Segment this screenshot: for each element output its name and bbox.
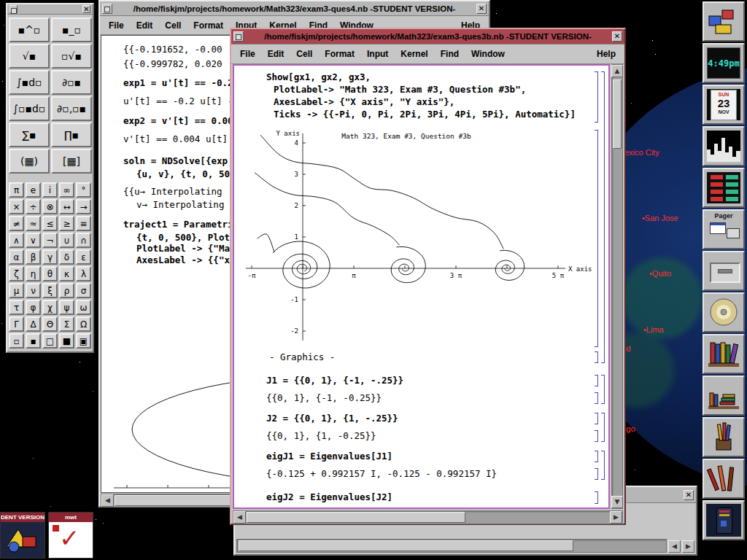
palette-symbol-1-0[interactable]: × — [9, 199, 24, 214]
scroll-right-icon[interactable]: ▶ — [682, 540, 694, 553]
menu-input[interactable]: Input — [367, 49, 388, 59]
hidden-hscrollbar[interactable] — [236, 539, 667, 553]
palette-symbol-9-1[interactable]: ▪ — [26, 333, 41, 349]
cell-bracket[interactable] — [601, 375, 605, 404]
menu-edit[interactable]: Edit — [136, 20, 153, 31]
palette-symbol-3-0[interactable]: ∧ — [9, 233, 24, 248]
input-code-line[interactable]: PlotLabel-> "Math 323, Exam #3, Question… — [274, 84, 526, 95]
cell-bracket[interactable] — [595, 130, 598, 347]
panel-file-drawer[interactable] — [703, 251, 745, 291]
cell-bracket[interactable] — [595, 468, 598, 480]
palette-symbol-1-4[interactable]: → — [76, 199, 91, 214]
back-titlebar[interactable]: /home/fiskjm/projects/homework/Math323/e… — [100, 1, 489, 16]
palette-symbol-9-2[interactable]: □ — [42, 333, 58, 349]
palette-symbol-3-3[interactable]: ∪ — [59, 233, 74, 248]
panel-bookshelf[interactable] — [703, 334, 745, 374]
scroll-left-icon[interactable]: ◀ — [233, 511, 246, 524]
palette-symbol-3-2[interactable]: ¬ — [42, 233, 58, 248]
palette-symbol-0-1[interactable]: e — [26, 182, 41, 198]
palette-button-0[interactable]: ▪^▫ — [9, 18, 50, 42]
palette-symbol-7-2[interactable]: χ — [42, 300, 58, 315]
student-version-icon[interactable]: DENT VERSION — [0, 512, 45, 559]
palette-symbol-0-3[interactable]: ∞ — [59, 182, 74, 198]
palette-symbol-6-2[interactable]: ξ — [42, 283, 58, 298]
palette-symbol-8-2[interactable]: Θ — [42, 316, 58, 332]
palette-symbol-8-0[interactable]: Γ — [9, 316, 24, 332]
panel-pencils[interactable] — [703, 417, 745, 457]
palette-symbol-1-2[interactable]: ⊗ — [42, 199, 58, 214]
palette-symbol-9-4[interactable]: ▣ — [76, 333, 91, 349]
panel-pager[interactable]: Pager — [703, 209, 745, 249]
mwt-icon[interactable]: mwt ✓ — [48, 512, 93, 559]
front-notebook-content[interactable]: Show[gx1, gx2, gx3,PlotLabel-> "Math 323… — [233, 64, 610, 509]
palette-symbol-3-1[interactable]: ∨ — [26, 233, 41, 248]
menu-help[interactable]: Help — [597, 49, 616, 59]
window-menu-icon[interactable] — [9, 5, 18, 13]
palette-symbol-6-0[interactable]: μ — [9, 283, 24, 298]
palette-symbol-1-1[interactable]: ÷ — [26, 199, 41, 214]
panel-performance-meter[interactable] — [703, 126, 745, 166]
close-icon[interactable]: ✕ — [684, 490, 694, 500]
palette-symbol-1-3[interactable]: ↔ — [59, 199, 74, 214]
cell-bracket[interactable] — [601, 71, 605, 363]
palette-symbol-2-3[interactable]: ≥ — [59, 216, 74, 231]
palette-titlebar[interactable]: ✕ — [7, 4, 93, 15]
input-code-line[interactable]: Ticks -> {{-Pi, 0, Pi, 2Pi, 3Pi, 4Pi, 5P… — [274, 109, 576, 120]
palette-symbol-3-4[interactable]: ∩ — [76, 233, 91, 248]
palette-symbol-9-3[interactable]: ■ — [59, 333, 74, 349]
palette-button-7[interactable]: ∂▫,▫▪ — [51, 96, 92, 121]
palette-symbol-2-1[interactable]: ≈ — [26, 216, 41, 231]
cell-bracket[interactable] — [595, 430, 598, 442]
palette-symbol-4-2[interactable]: γ — [42, 249, 58, 265]
palette-symbol-5-4[interactable]: λ — [76, 266, 91, 281]
menu-file[interactable]: File — [109, 20, 124, 31]
scroll-down-icon[interactable]: ▼ — [611, 496, 623, 508]
palette-button-10[interactable]: (▦) — [9, 149, 50, 174]
palette-symbol-6-3[interactable]: ρ — [59, 283, 74, 298]
close-icon[interactable]: ✕ — [476, 4, 487, 14]
scroll-left-icon[interactable]: ◀ — [668, 540, 681, 553]
panel-library[interactable] — [703, 376, 745, 416]
palette-symbol-5-1[interactable]: η — [26, 266, 41, 281]
palette-symbol-5-2[interactable]: θ — [42, 266, 58, 281]
palette-symbol-4-3[interactable]: δ — [59, 249, 74, 265]
cell-bracket[interactable] — [595, 351, 598, 363]
palette-symbol-7-3[interactable]: ψ — [59, 300, 74, 315]
menu-window[interactable]: Window — [471, 49, 505, 59]
front-vscrollbar[interactable]: ▲ ▼ — [611, 64, 623, 509]
palette-symbol-4-4[interactable]: ε — [76, 249, 91, 265]
menu-format[interactable]: Format — [193, 20, 223, 31]
palette-symbol-6-4[interactable]: σ — [76, 283, 91, 298]
panel-computer[interactable] — [703, 500, 745, 540]
close-icon[interactable]: ✕ — [612, 31, 622, 42]
palette-symbol-0-4[interactable]: ° — [76, 182, 91, 198]
scroll-up-icon[interactable]: ▲ — [611, 65, 623, 77]
window-menu-icon[interactable] — [102, 4, 112, 14]
palette-symbol-2-2[interactable]: ≤ — [42, 216, 58, 231]
scroll-right-icon[interactable]: ▶ — [610, 511, 622, 524]
menu-find[interactable]: Find — [441, 49, 459, 59]
cell-bracket[interactable] — [595, 491, 598, 504]
front-hscroll-thumb[interactable] — [247, 512, 465, 523]
menu-cell[interactable]: Cell — [165, 20, 181, 31]
panel-clock[interactable]: 4:49pm — [703, 43, 745, 83]
palette-symbol-8-4[interactable]: Ω — [76, 316, 91, 332]
input-code-line[interactable]: AxesLabel-> {"X axis", "Y axis"}, — [274, 96, 454, 107]
panel-style-levels[interactable] — [703, 168, 745, 208]
panel-workspace-cubes[interactable] — [703, 1, 745, 42]
j1-input[interactable]: J1 = {{0, 1}, {-1, -.25}} — [266, 375, 403, 386]
input-code-line[interactable]: Show[gx1, gx2, gx3, — [266, 71, 371, 82]
panel-calendar[interactable]: SUN23NOV — [703, 85, 745, 125]
palette-button-4[interactable]: ∫▪d▫ — [9, 70, 50, 95]
palette-symbol-7-0[interactable]: τ — [9, 300, 24, 315]
cell-bracket[interactable] — [601, 413, 605, 442]
palette-symbol-7-4[interactable]: ω — [76, 300, 91, 315]
front-vscroll-thumb[interactable] — [613, 79, 622, 149]
menu-format[interactable]: Format — [325, 49, 355, 59]
palette-symbol-0-2[interactable]: i — [42, 182, 58, 198]
close-icon[interactable]: ✕ — [82, 5, 90, 13]
hidden-hscroll-thumb[interactable] — [239, 540, 573, 551]
palette-symbol-2-4[interactable]: ≡ — [76, 216, 91, 231]
palette-symbol-5-0[interactable]: ζ — [9, 266, 24, 281]
palette-symbol-0-0[interactable]: π — [9, 182, 24, 198]
